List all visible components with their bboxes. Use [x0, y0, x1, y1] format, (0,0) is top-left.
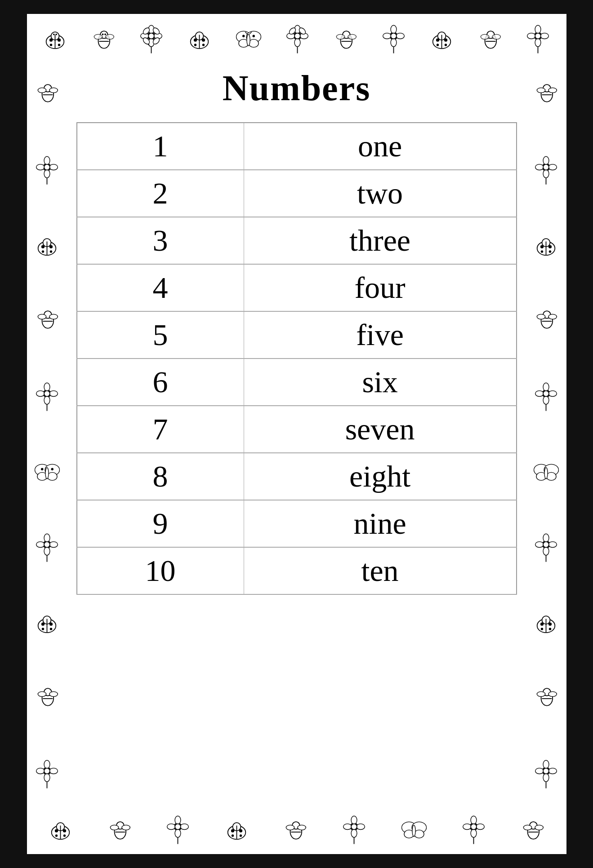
- svg-point-132: [49, 541, 58, 547]
- svg-point-28: [148, 33, 154, 39]
- ladybug-icon: [224, 819, 249, 840]
- table-row: 6six: [77, 359, 517, 406]
- svg-point-225: [63, 834, 66, 837]
- word-cell: three: [244, 217, 516, 264]
- border-bottom: [31, 809, 562, 850]
- svg-point-63: [391, 38, 397, 46]
- svg-point-158: [537, 88, 545, 93]
- svg-point-198: [543, 541, 549, 547]
- svg-point-238: [175, 824, 181, 829]
- table-row: 3three: [77, 217, 517, 264]
- svg-point-245: [240, 834, 242, 837]
- svg-point-218: [543, 768, 549, 774]
- svg-point-16: [104, 33, 106, 35]
- svg-point-72: [437, 44, 439, 46]
- table-row: 2two: [77, 170, 517, 217]
- svg-point-111: [38, 314, 46, 319]
- svg-point-194: [543, 534, 549, 542]
- numbers-table: 1one2two3three4four5five6six7seven8eight…: [76, 122, 517, 595]
- page: Numbers 1one2two3three4four5five6six7sev…: [27, 14, 566, 854]
- svg-point-223: [63, 829, 66, 832]
- svg-point-182: [543, 383, 549, 391]
- svg-point-48: [295, 38, 301, 46]
- svg-point-91: [38, 88, 46, 93]
- svg-point-153: [44, 768, 50, 774]
- svg-point-35: [202, 44, 205, 46]
- svg-point-215: [543, 773, 549, 781]
- ladybug-icon: [187, 29, 212, 49]
- svg-point-178: [537, 314, 545, 319]
- svg-point-217: [548, 768, 557, 774]
- svg-point-133: [44, 541, 50, 547]
- svg-point-258: [351, 824, 357, 829]
- svg-point-145: [38, 691, 46, 696]
- svg-point-106: [50, 250, 52, 252]
- svg-point-170: [540, 245, 544, 248]
- svg-point-251: [298, 825, 306, 830]
- svg-point-8: [56, 33, 58, 35]
- svg-point-85: [540, 33, 548, 39]
- svg-point-7: [53, 33, 55, 35]
- svg-point-65: [396, 33, 404, 39]
- svg-point-203: [548, 622, 552, 625]
- svg-point-267: [471, 829, 477, 837]
- word-cell: four: [244, 264, 516, 311]
- svg-point-268: [463, 824, 471, 829]
- svg-point-173: [549, 250, 551, 252]
- svg-point-231: [122, 825, 130, 830]
- svg-point-98: [49, 164, 58, 170]
- bee-icon: [520, 817, 545, 842]
- numeral-cell: 10: [77, 547, 244, 594]
- svg-point-64: [383, 33, 391, 39]
- svg-point-86: [535, 33, 541, 39]
- svg-point-103: [41, 245, 45, 248]
- svg-point-139: [42, 628, 44, 630]
- svg-point-73: [445, 44, 447, 46]
- flower-icon: [35, 155, 59, 185]
- ladybug-icon: [534, 235, 558, 256]
- flower-icon: [534, 533, 558, 562]
- bee-icon: [534, 306, 558, 331]
- svg-point-171: [548, 245, 552, 248]
- svg-point-140: [50, 628, 52, 630]
- table-row: 9nine: [77, 500, 517, 547]
- svg-point-119: [44, 390, 50, 396]
- svg-point-32: [194, 38, 197, 41]
- svg-point-116: [44, 396, 50, 404]
- svg-point-3: [49, 38, 53, 41]
- svg-point-275: [523, 825, 531, 830]
- svg-point-6: [58, 44, 60, 46]
- flower-icon: [285, 24, 310, 53]
- svg-point-224: [55, 834, 58, 837]
- flower-icon: [35, 382, 59, 411]
- svg-point-211: [548, 691, 557, 696]
- svg-point-130: [44, 547, 50, 555]
- numeral-cell: 6: [77, 359, 244, 406]
- svg-point-237: [180, 824, 188, 829]
- flower-icon: [526, 24, 550, 53]
- svg-point-53: [295, 33, 301, 39]
- flower-icon: [165, 815, 190, 844]
- svg-point-179: [548, 314, 557, 319]
- svg-point-83: [535, 38, 541, 46]
- svg-point-117: [36, 390, 45, 396]
- svg-point-105: [42, 250, 44, 252]
- svg-point-58: [337, 34, 345, 39]
- numeral-cell: 8: [77, 453, 244, 500]
- svg-point-146: [49, 691, 58, 696]
- ladybug-icon: [534, 613, 558, 633]
- svg-point-183: [543, 396, 549, 404]
- svg-point-41: [242, 35, 245, 37]
- numeral-cell: 4: [77, 264, 244, 311]
- svg-point-96: [44, 169, 50, 177]
- ladybug-icon: [43, 29, 67, 49]
- svg-point-257: [357, 824, 365, 829]
- bee-icon: [91, 27, 116, 51]
- numeral-cell: 9: [77, 500, 244, 547]
- butterfly-icon: [235, 29, 262, 49]
- svg-point-126: [51, 468, 53, 470]
- table-row: 10ten: [77, 547, 517, 594]
- word-cell: eight: [244, 453, 516, 500]
- svg-point-92: [49, 88, 58, 93]
- svg-point-214: [543, 760, 549, 768]
